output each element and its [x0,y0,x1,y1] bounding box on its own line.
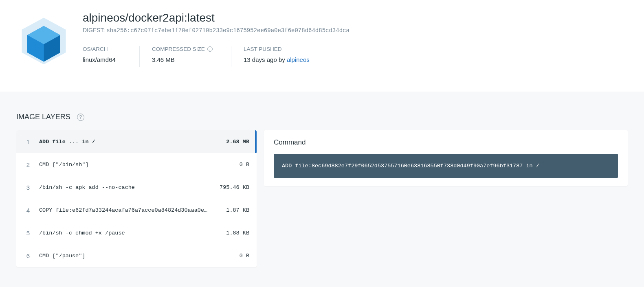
layer-instruction: CMD ["/pause"] [35,253,212,259]
layer-number: 3 [21,184,35,191]
layer-size: 795.46 KB [212,184,249,191]
layer-instruction: ADD file ... in / [35,139,212,145]
layer-number: 2 [21,161,35,168]
last-pushed-by-word: by [277,56,287,63]
layer-size: 0 B [212,253,249,259]
os-arch-label: OS/ARCH [83,46,127,52]
layer-number: 6 [21,252,35,259]
last-pushed-value: 13 days ago by alpineos [244,56,310,63]
layer-instruction: /bin/sh -c apk add --no-cache [35,184,212,191]
layers-section: IMAGE LAYERS ? 1ADD file ... in /2.68 MB… [0,92,644,287]
command-title: Command [274,138,618,147]
compressed-size-label-text: COMPRESSED SIZE [152,46,205,52]
compressed-size-value: 3.46 MB [152,56,219,63]
layer-number: 1 [21,138,35,145]
meta-last-pushed: LAST PUSHED 13 days ago by alpineos [244,46,322,67]
image-title: alpineos/docker2api:latest [83,11,628,24]
digest-label: DIGEST: [83,27,105,33]
layer-instruction: /bin/sh -c chmod +x /pause [35,230,212,236]
os-arch-value: linux/amd64 [83,56,127,63]
layer-row[interactable]: 2CMD ["/bin/sh"]0 B [16,153,257,176]
meta-os-arch: OS/ARCH linux/amd64 [83,46,140,67]
header-content: alpineos/docker2api:latest DIGEST: sha25… [83,11,628,67]
digest-hash: sha256:c67c07fc7ebe1f70ef02710b233e9c167… [106,27,349,34]
publisher-link[interactable]: alpineos [287,56,310,63]
layer-size: 2.68 MB [212,139,249,145]
layer-size: 1.88 KB [212,230,249,236]
compressed-size-label: COMPRESSED SIZE i [152,46,219,52]
last-pushed-label: LAST PUSHED [244,46,310,52]
image-header: alpineos/docker2api:latest DIGEST: sha25… [0,0,644,92]
layer-size: 0 B [212,162,249,168]
layer-number: 5 [21,230,35,237]
layer-size: 1.87 KB [212,207,249,213]
layer-instruction: CMD ["/bin/sh"] [35,162,212,168]
meta-row: OS/ARCH linux/amd64 COMPRESSED SIZE i 3.… [83,46,628,67]
last-pushed-when: 13 days ago [244,56,277,63]
info-icon[interactable]: i [207,46,213,52]
layer-row[interactable]: 4COPY file:e62fd7a33244acafa76a7acce0a84… [16,199,257,221]
command-panel: Command ADD file:8ec69d882e7f29f0652d537… [264,130,628,186]
command-text: ADD file:8ec69d882e7f29f0652d537557160e6… [274,154,618,178]
layers-heading: IMAGE LAYERS ? [16,113,628,121]
digest-line: DIGEST: sha256:c67c07fc7ebe1f70ef02710b2… [83,27,628,34]
docker-image-cube-icon [16,12,71,67]
layers-columns: 1ADD file ... in /2.68 MB2CMD ["/bin/sh"… [16,130,628,267]
layers-list: 1ADD file ... in /2.68 MB2CMD ["/bin/sh"… [16,130,257,267]
layers-heading-text: IMAGE LAYERS [16,113,70,121]
layer-row[interactable]: 1ADD file ... in /2.68 MB [16,130,257,153]
layer-row[interactable]: 3/bin/sh -c apk add --no-cache795.46 KB [16,176,257,199]
meta-compressed-size: COMPRESSED SIZE i 3.46 MB [152,46,231,67]
layer-row[interactable]: 5/bin/sh -c chmod +x /pause1.88 KB [16,221,257,244]
layer-number: 4 [21,207,35,214]
layer-row[interactable]: 6CMD ["/pause"]0 B [16,244,257,267]
help-icon[interactable]: ? [77,114,84,121]
layer-instruction: COPY file:e62fd7a33244acafa76a7acce0a848… [35,207,212,213]
